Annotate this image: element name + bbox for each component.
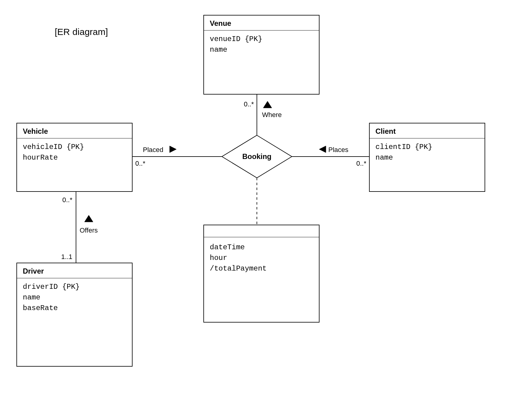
- entity-assoc-attr2: /totalPayment: [210, 264, 267, 273]
- entity-vehicle-attr0: vehicleID {PK}: [23, 143, 84, 151]
- entity-driver-name: Driver: [23, 267, 44, 275]
- relationship-booking: Booking: [222, 135, 292, 178]
- entity-assoc-class: dateTime hour /totalPayment: [204, 225, 319, 322]
- arrow-placed: [170, 146, 176, 153]
- entity-client: Client clientID {PK} name: [369, 123, 485, 192]
- entity-venue-name: Venue: [210, 19, 231, 27]
- entity-assoc-attr0: dateTime: [210, 243, 245, 251]
- entity-venue: Venue venueID {PK} name: [204, 15, 319, 94]
- diagram-title: [ER diagram]: [55, 27, 108, 37]
- entity-vehicle-name: Vehicle: [23, 127, 48, 135]
- mult-vehicle: 0..*: [135, 160, 145, 167]
- entity-venue-attr1: name: [210, 46, 227, 54]
- entity-vehicle: Vehicle vehicleID {PK} hourRate: [17, 123, 132, 192]
- entity-client-attr0: clientID {PK}: [375, 143, 432, 151]
- entity-driver-attr0: driverID {PK}: [23, 283, 80, 291]
- entity-venue-attr0: venueID {PK}: [210, 35, 262, 43]
- mult-venue: 0..*: [244, 100, 254, 108]
- label-places: Places: [328, 146, 348, 154]
- label-where: Where: [262, 111, 282, 119]
- entity-client-name: Client: [375, 127, 396, 135]
- arrow-venue: [263, 101, 272, 108]
- entity-client-attr1: name: [375, 154, 393, 162]
- mult-driver-bottom: 1..1: [61, 253, 72, 261]
- label-offers: Offers: [80, 226, 98, 234]
- entity-assoc-attr1: hour: [210, 254, 227, 262]
- arrow-offers: [85, 215, 93, 222]
- mult-client: 0..*: [356, 160, 366, 167]
- entity-vehicle-attr1: hourRate: [23, 154, 58, 162]
- entity-driver: Driver driverID {PK} name baseRate: [17, 263, 132, 366]
- entity-driver-attr2: baseRate: [23, 304, 58, 312]
- arrow-places: [319, 146, 326, 153]
- mult-driver-top: 0..*: [62, 196, 72, 204]
- svg-rect-8: [204, 225, 319, 322]
- entity-driver-attr1: name: [23, 293, 40, 302]
- er-diagram: [ER diagram] Venue venueID {PK} name Veh…: [0, 0, 532, 411]
- svg-rect-6: [17, 263, 132, 366]
- label-placed: Placed: [143, 146, 163, 154]
- relationship-booking-name: Booking: [242, 152, 271, 161]
